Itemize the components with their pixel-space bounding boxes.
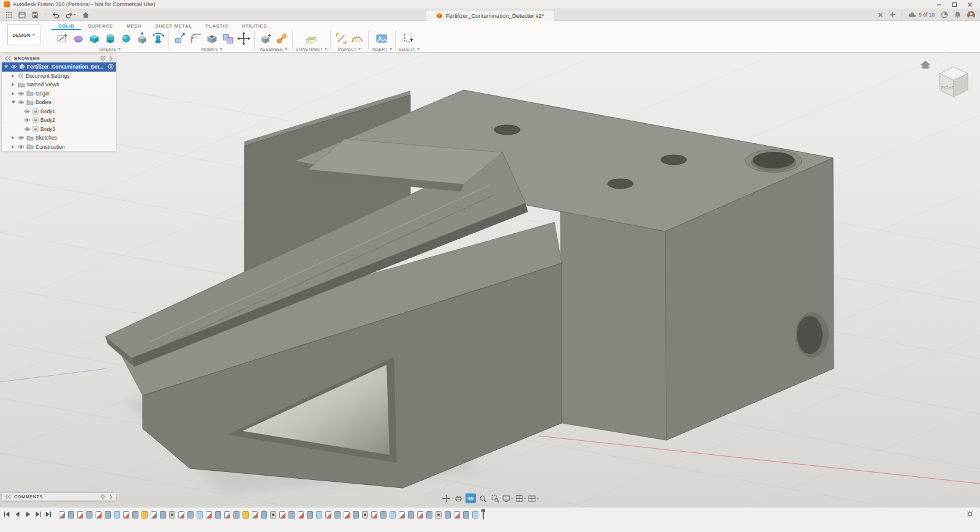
construct-plane-button[interactable] [304, 31, 319, 46]
timeline-construct-feature-icon[interactable] [243, 511, 249, 519]
visibility-eye-icon[interactable] [18, 100, 24, 105]
browser-item-document-settings[interactable]: Document Settings [2, 72, 116, 81]
timeline-fillet-feature-icon[interactable] [390, 511, 396, 519]
create-cylinder-button[interactable] [102, 31, 118, 46]
zoom-window-button[interactable] [490, 493, 500, 503]
flyout-chevron-icon[interactable] [109, 56, 113, 61]
viewport[interactable]: RIGHT [0, 53, 980, 507]
timeline-skip-start-button[interactable] [2, 510, 11, 519]
create-sphere-button[interactable] [118, 31, 134, 46]
create-box-button[interactable] [86, 31, 102, 46]
tab-plastic[interactable]: PLASTIC [198, 21, 235, 30]
visibility-eye-icon[interactable] [18, 91, 24, 96]
disclosure-triangle[interactable] [12, 136, 16, 140]
disclosure-triangle[interactable] [12, 92, 16, 96]
maximize-button[interactable] [952, 2, 957, 7]
collapse-panel-icon[interactable] [5, 494, 11, 500]
timeline-sketch-feature-icon[interactable] [325, 511, 331, 519]
notifications-button[interactable] [954, 11, 961, 18]
timeline-extrude-feature-icon[interactable] [105, 511, 111, 519]
view-cube[interactable]: RIGHT [918, 57, 973, 105]
app-grid-button[interactable] [6, 12, 12, 18]
tab-solid[interactable]: SOLID [51, 21, 81, 30]
timeline-extrude-feature-icon[interactable] [307, 511, 313, 519]
visibility-eye-icon[interactable] [10, 64, 17, 69]
browser-item-named-views[interactable]: Named Views [2, 80, 116, 89]
timeline-hole-feature-icon[interactable] [362, 511, 368, 519]
grid-settings-button[interactable] [515, 493, 526, 503]
timeline-sketch-feature-icon[interactable] [178, 511, 184, 519]
timeline-sketch-feature-icon[interactable] [151, 511, 157, 519]
timeline-hole-feature-icon[interactable] [169, 511, 175, 519]
timeline-sketch-feature-icon[interactable] [96, 511, 102, 519]
disclosure-triangle[interactable] [12, 83, 16, 86]
timeline-extrude-feature-icon[interactable] [68, 511, 74, 519]
construct-group-label[interactable]: CONSTRUCT [296, 47, 327, 51]
timeline-play-button[interactable] [23, 510, 32, 519]
timeline-extrude-feature-icon[interactable] [86, 511, 92, 519]
close-tab-button[interactable] [878, 12, 883, 18]
browser-item-body1[interactable]: Body1 [2, 107, 116, 116]
create-group-label[interactable]: CREATE [99, 47, 121, 51]
disclosure-triangle[interactable] [12, 101, 15, 105]
workspace-selector-button[interactable]: DESIGN [7, 24, 40, 45]
measure-button[interactable] [334, 31, 349, 46]
visibility-eye-icon[interactable] [24, 109, 31, 114]
shell-button[interactable] [204, 31, 219, 46]
combine-button[interactable] [220, 31, 235, 46]
timeline-extrude-feature-icon[interactable] [261, 511, 267, 519]
disclosure-triangle[interactable] [12, 145, 16, 149]
revolve-button[interactable] [150, 31, 165, 46]
insert-group-label[interactable]: INSERT [372, 47, 392, 51]
timeline-skip-end-button[interactable] [44, 510, 53, 519]
timeline-sketch-feature-icon[interactable] [206, 511, 212, 519]
disclosure-triangle[interactable] [12, 74, 16, 78]
move-copy-button[interactable] [236, 31, 251, 46]
comments-header[interactable]: COMMENTS [2, 493, 116, 501]
undo-button[interactable] [51, 12, 59, 18]
timeline-position-marker[interactable] [483, 510, 484, 519]
model-3d[interactable] [105, 90, 834, 493]
home-button[interactable] [82, 12, 89, 18]
timeline-sketch-feature-icon[interactable] [77, 511, 83, 519]
timeline-extrude-feature-icon[interactable] [288, 511, 295, 519]
timeline-extrude-feature-icon[interactable] [215, 511, 221, 519]
timeline-extrude-feature-icon[interactable] [334, 511, 341, 519]
timeline-sketch-feature-icon[interactable] [454, 511, 460, 519]
panel-gear-icon[interactable] [100, 55, 106, 61]
panel-gear-icon[interactable] [100, 493, 106, 500]
timeline-sketch-feature-icon[interactable] [59, 511, 65, 519]
browser-item-origin[interactable]: Origin [2, 89, 116, 99]
timeline-sketch-feature-icon[interactable] [252, 511, 258, 519]
visibility-eye-icon[interactable] [24, 127, 31, 132]
timeline-settings-button[interactable] [966, 510, 974, 518]
press-pull-button[interactable] [172, 31, 187, 46]
display-settings-button[interactable] [502, 493, 513, 503]
select-button[interactable] [401, 31, 417, 46]
visibility-eye-icon[interactable] [18, 144, 24, 149]
browser-item-sketches[interactable]: Sketches [2, 133, 116, 143]
create-form-button[interactable] [70, 31, 86, 46]
close-window-button[interactable] [967, 2, 973, 7]
tab-surface[interactable]: SURFACE [81, 21, 119, 30]
collapse-panel-icon[interactable] [5, 56, 11, 61]
assemble-group-label[interactable]: ASSEMBLE [260, 47, 287, 51]
timeline-extrude-feature-icon[interactable] [445, 511, 451, 519]
browser-item-root[interactable]: Fertilizer_Contamination_Det... [2, 62, 116, 72]
redo-button[interactable] [66, 12, 76, 18]
select-group-label[interactable]: SELECT [399, 47, 420, 51]
browser-header[interactable]: BROWSER [2, 54, 116, 62]
look-at-button[interactable] [466, 493, 476, 503]
activate-radio-icon[interactable] [108, 64, 114, 70]
tab-sheet-metal[interactable]: SHEET METAL [148, 21, 198, 30]
joint-button[interactable] [274, 31, 289, 46]
orbit-button[interactable] [453, 493, 464, 503]
timeline-extrude-feature-icon[interactable] [160, 511, 166, 519]
browser-item-body2[interactable]: Body2 [2, 116, 116, 125]
job-progress-button[interactable] [941, 11, 948, 18]
browser-item-construction[interactable]: Construction [2, 143, 116, 152]
timeline-sketch-feature-icon[interactable] [279, 511, 285, 519]
extrude-button[interactable] [134, 31, 149, 46]
section-analysis-button[interactable] [350, 31, 365, 46]
user-avatar[interactable] [967, 11, 975, 19]
